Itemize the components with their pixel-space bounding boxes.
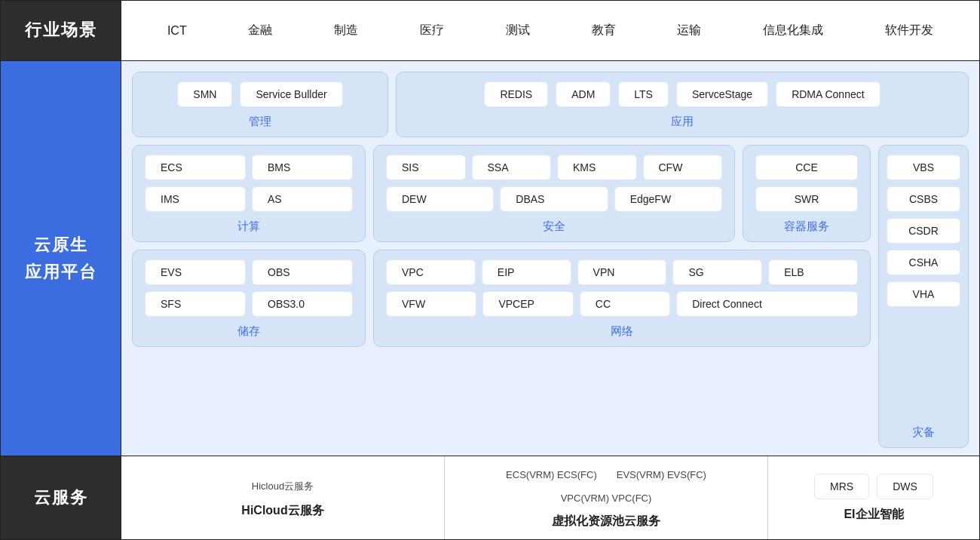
service-kms: KMS [557, 155, 637, 180]
platform-sections: ECS BMS IMS AS 计算 SIS [132, 145, 871, 448]
service-as: AS [252, 186, 353, 212]
cloud-ei-items: MRS DWS [814, 474, 933, 499]
industry-item-test: 测试 [495, 18, 541, 43]
service-dbas: DBAS [500, 186, 608, 212]
app-items: REDIS ADM LTS ServceStage RDMA Connect [484, 81, 880, 107]
service-csdr: CSDR [887, 218, 960, 244]
storage-items: EVS OBS SFS OBS3.0 [145, 259, 353, 317]
industry-item-software: 软件开发 [874, 18, 944, 43]
service-vpn: VPN [577, 259, 667, 285]
service-vpcep: VPCEP [482, 291, 573, 317]
app-box: REDIS ADM LTS ServceStage RDMA Connect 应… [396, 72, 969, 137]
industry-item-transport: 运输 [666, 18, 712, 43]
row-cloud: 云服务 Hicloud云服务 HiCloud云服务 ECS(VRM) ECS(F… [1, 456, 979, 539]
security-items: SIS SSA KMS CFW DEW DBAS EdgeFW [386, 155, 722, 212]
service-ssa: SSA [472, 155, 552, 180]
service-dew: DEW [386, 186, 494, 212]
compute-label: 计算 [237, 219, 260, 234]
service-ecs: ECS [145, 155, 246, 180]
service-redis: REDIS [484, 81, 548, 107]
service-sis: SIS [386, 155, 466, 180]
service-evs: EVS [145, 259, 246, 285]
cloud-hicloud-item: Hicloud云服务 [246, 477, 320, 496]
industry-item-ict: ICT [157, 20, 198, 42]
cloud-virtual-items: ECS(VRM) ECS(FC) EVS(VRM) EVS(FC) VPC(VR… [460, 467, 752, 506]
service-cc: CC [580, 291, 670, 317]
disaster-items: VBS CSBS CSDR CSHA VHA [887, 155, 960, 307]
industry-item-edu: 教育 [581, 18, 626, 43]
service-obs30: OBS3.0 [252, 291, 353, 317]
cloud-section-hicloud: Hicloud云服务 HiCloud云服务 [121, 456, 445, 539]
service-adm: ADM [556, 81, 611, 107]
service-rdma: RDMA Connect [776, 81, 880, 107]
security-row2: DEW DBAS EdgeFW [386, 186, 722, 212]
service-vha: VHA [887, 281, 960, 307]
platform-content: SMN Service Bullder 管理 REDIS ADM LTS Ser… [121, 61, 979, 456]
cloud-section-virtual: ECS(VRM) ECS(FC) EVS(VRM) EVS(FC) VPC(VR… [445, 456, 768, 539]
cloud-virtual-evs: EVS(VRM) EVS(FC) [611, 467, 712, 483]
cloud-virtual-ecs: ECS(VRM) ECS(FC) [500, 467, 603, 483]
compute-items: ECS BMS IMS AS [145, 155, 353, 212]
service-direct-connect: Direct Connect [676, 291, 858, 317]
service-csha: CSHA [887, 250, 960, 275]
cloud-label: 云服务 [1, 456, 121, 539]
service-servcestage: ServceStage [676, 81, 768, 107]
service-obs: OBS [252, 259, 353, 285]
cloud-ei-label: EI企业智能 [844, 507, 903, 523]
bottom-section: EVS OBS SFS OBS3.0 储存 VPC [132, 250, 871, 347]
industry-label: 行业场景 [1, 1, 121, 60]
container-items: CCE SWR [755, 155, 858, 212]
manage-box: SMN Service Bullder 管理 [132, 72, 388, 137]
security-label: 安全 [543, 219, 565, 234]
middle-inner: ECS BMS IMS AS 计算 SIS [132, 145, 871, 242]
disaster-label: 灾备 [912, 425, 935, 440]
security-box: SIS SSA KMS CFW DEW DBAS EdgeFW [373, 145, 735, 242]
industry-item-info: 信息化集成 [752, 18, 834, 43]
service-elb: ELB [768, 259, 858, 285]
cloud-hicloud-label: HiCloud云服务 [241, 503, 323, 519]
service-csbs: CSBS [887, 186, 960, 212]
container-box: CCE SWR 容器服务 [743, 145, 871, 242]
network-row2: VFW VPCEP CC Direct Connect [386, 291, 858, 317]
service-service-builder: Service Bullder [240, 81, 342, 107]
service-edgefw: EdgeFW [614, 186, 722, 212]
service-swr: SWR [755, 186, 858, 212]
service-vfw: VFW [386, 291, 476, 317]
cloud-ei-mrs: MRS [814, 474, 869, 499]
industry-item-manufacture: 制造 [323, 18, 369, 43]
storage-box: EVS OBS SFS OBS3.0 储存 [132, 250, 366, 347]
cloud-content: Hicloud云服务 HiCloud云服务 ECS(VRM) ECS(FC) E… [121, 456, 979, 539]
network-row1: VPC EIP VPN SG ELB [386, 259, 858, 285]
cloud-virtual-vpc: VPC(VRM) VPC(FC) [555, 490, 658, 506]
cloud-section-ei: MRS DWS EI企业智能 [768, 456, 979, 539]
cloud-ei-dws: DWS [877, 474, 933, 499]
service-cce: CCE [755, 155, 858, 180]
manage-items: SMN Service Bullder [177, 81, 342, 107]
network-items: VPC EIP VPN SG ELB VFW VPCEP CC [386, 259, 858, 317]
service-ims: IMS [145, 186, 246, 212]
service-eip: EIP [482, 259, 571, 285]
industry-item-finance: 金融 [237, 18, 283, 43]
main-container: 行业场景 ICT 金融 制造 医疗 测试 教育 运输 信息化集成 软件开发 云原… [0, 0, 980, 540]
storage-label: 储存 [237, 324, 260, 339]
network-label: 网络 [611, 324, 633, 339]
service-cfw: CFW [643, 155, 723, 180]
row-industry: 行业场景 ICT 金融 制造 医疗 测试 教育 运输 信息化集成 软件开发 [1, 1, 979, 61]
service-vpc: VPC [386, 259, 476, 285]
industry-items: ICT 金融 制造 医疗 测试 教育 运输 信息化集成 软件开发 [121, 1, 979, 60]
industry-item-medical: 医疗 [409, 18, 455, 43]
top-section: SMN Service Bullder 管理 REDIS ADM LTS Ser… [132, 72, 969, 137]
service-sg: SG [672, 259, 762, 285]
service-lts: LTS [618, 81, 669, 107]
container-label: 容器服务 [784, 219, 829, 234]
platform-label: 云原生 应用平台 [1, 61, 121, 456]
cloud-virtual-label: 虚拟化资源池云服务 [552, 514, 660, 529]
service-smn: SMN [177, 81, 232, 107]
app-label: 应用 [671, 115, 694, 129]
compute-box: ECS BMS IMS AS 计算 [132, 145, 366, 242]
network-box: VPC EIP VPN SG ELB VFW VPCEP CC [373, 250, 871, 347]
service-vbs: VBS [887, 155, 960, 180]
disaster-column: VBS CSBS CSDR CSHA VHA 灾备 [878, 145, 969, 448]
security-row1: SIS SSA KMS CFW [386, 155, 722, 180]
cloud-hicloud-items: Hicloud云服务 [246, 477, 320, 496]
